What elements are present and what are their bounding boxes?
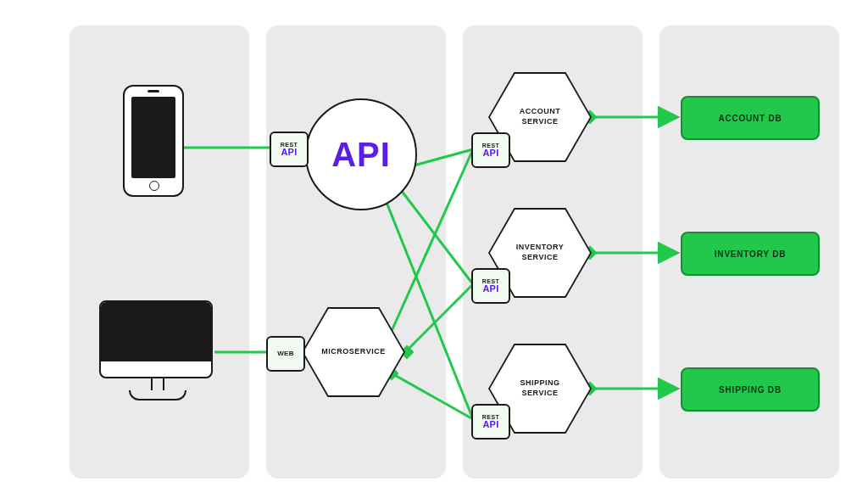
- architecture-diagram: REST API API WEB MICROSERVICE REST API A…: [0, 0, 868, 504]
- api-gateway-label: API: [331, 136, 391, 174]
- rest-api-tag-api-label: API: [281, 148, 297, 157]
- web-tag-label: WEB: [277, 350, 294, 357]
- mobile-client-icon: [123, 85, 184, 197]
- rest-api-tag-account: REST API: [471, 132, 510, 168]
- inventory-db-node: INVENTORY DB: [681, 232, 820, 276]
- account-db-label: ACCOUNT DB: [718, 114, 782, 123]
- rest-api-tag-inventory: REST API: [471, 268, 510, 304]
- microservice-label: MICROSERVICE: [321, 347, 385, 357]
- rest-api-tag-shipping: REST API: [471, 404, 510, 440]
- shipping-db-node: SHIPPING DB: [681, 367, 820, 412]
- inventory-service-label: INVENTORY SERVICE: [516, 243, 565, 262]
- account-service-label: ACCOUNT SERVICE: [520, 107, 561, 126]
- account-db-node: ACCOUNT DB: [681, 96, 820, 140]
- shipping-db-label: SHIPPING DB: [719, 385, 782, 395]
- column-gateway: [266, 25, 446, 479]
- inventory-db-label: INVENTORY DB: [715, 249, 786, 259]
- desktop-client-icon: [99, 300, 213, 402]
- api-gateway-node: API: [305, 98, 417, 210]
- shipping-service-label: SHIPPING SERVICE: [520, 378, 559, 398]
- rest-api-tag-gateway: REST API: [270, 132, 309, 167]
- web-tag: WEB: [266, 336, 305, 372]
